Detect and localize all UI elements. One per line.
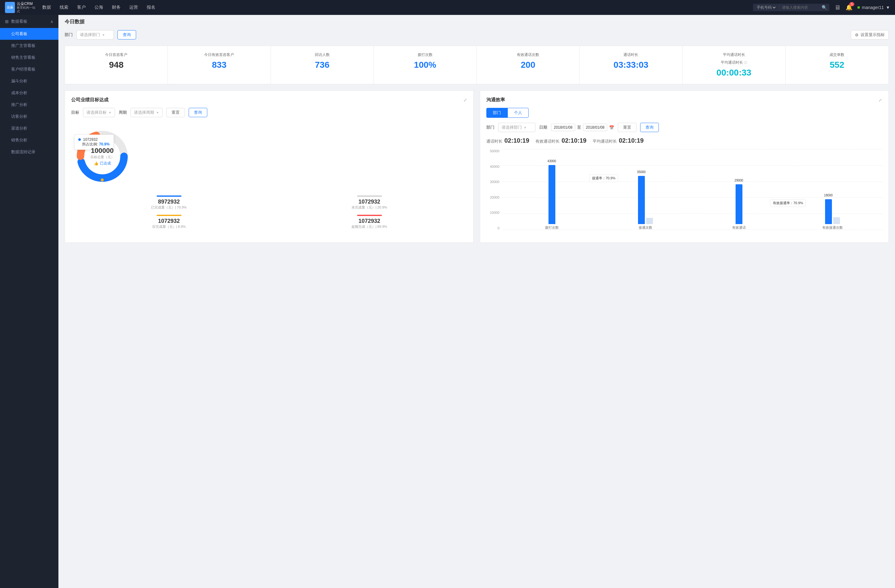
user-status-dot	[857, 6, 860, 9]
notification-icon[interactable]: 🔔 5	[846, 4, 853, 11]
stat-effective-consult: 今日有效首咨客户 833	[168, 46, 271, 84]
comm-efficiency-card: 沟通效率 ⤢ 部门 个人 部门 请选择部门 ▼ 日期 2018/01/08	[480, 91, 889, 243]
goal-period-placeholder: 请选择周期	[134, 110, 154, 115]
dept-select[interactable]: 请选择部门 ▼	[76, 30, 114, 39]
should-complete-bar	[156, 215, 182, 216]
bar-eff-connect-x-label: 有效接通次数	[822, 225, 843, 230]
stat-effective-consult-value: 833	[173, 60, 265, 70]
nav-finance[interactable]: 财务	[112, 5, 121, 10]
goal-target-select[interactable]: 请选择目标 ▼	[83, 108, 115, 117]
bar-group-dial-bars: 43000	[549, 156, 555, 224]
bar-group-connect-bars: 35000	[638, 156, 653, 224]
stat-deals-label: 成交单数	[790, 52, 883, 58]
logo-text: 云朵CRM 教育机构一站式	[17, 2, 36, 14]
comm-call-duration-value: 02:10:19	[504, 137, 529, 144]
nav-customers[interactable]: 客户	[77, 5, 86, 10]
y-label-0: 0	[486, 226, 499, 230]
comm-effective-duration-label: 有效通话时长	[535, 139, 560, 144]
sidebar-item-promo-analysis[interactable]: 推广分析	[0, 99, 58, 111]
monitor-icon[interactable]: 🖥	[834, 4, 840, 11]
goal-card-header: 公司业绩目标达成 ⤢	[71, 97, 467, 103]
sidebar-item-cost[interactable]: 成本分析	[0, 87, 58, 99]
dept-select-placeholder: 请选择部门	[80, 32, 100, 38]
bar-dial-x-label: 拨打次数	[545, 225, 559, 230]
search-input[interactable]	[782, 5, 819, 10]
date-end-input[interactable]: 2018/01/08	[583, 124, 607, 131]
bar-group-eff-connect-bars: 18000	[825, 156, 840, 224]
comm-dept-select[interactable]: 请选择部门 ▼	[498, 123, 535, 132]
comm-tab-personal[interactable]: 个人	[507, 108, 529, 118]
sidebar-item-sales-board[interactable]: 销售主管看板	[0, 52, 58, 64]
comm-tab-dept[interactable]: 部门	[486, 108, 507, 118]
dept-select-arrow-icon: ▼	[102, 33, 105, 37]
y-label-50000: 50000	[486, 149, 499, 153]
over-complete-label: 超额完成（元）| 89.9%	[272, 224, 467, 229]
y-label-40000: 40000	[486, 165, 499, 168]
comm-expand-icon[interactable]: ⤢	[878, 98, 882, 103]
sidebar-item-funnel[interactable]: 漏斗分析	[0, 75, 58, 87]
goal-card: 公司业绩目标达成 ⤢ 目标 请选择目标 ▼ 周期 请选择周期 ▼ 重置 查询	[65, 91, 473, 243]
bar-dial-main: 43000	[549, 165, 555, 224]
sidebar-item-sales-analysis[interactable]: 销售分析	[0, 134, 58, 146]
goal-period-arrow: ▼	[156, 111, 159, 114]
nav-data[interactable]: 数据	[42, 5, 51, 10]
stat-avg-duration-label: 平均通话时长	[688, 52, 780, 58]
stat-first-consult: 今日首咨客户 948	[65, 46, 168, 84]
comm-query-button[interactable]: 查询	[640, 123, 659, 132]
logo-icon: 云朵	[5, 2, 15, 13]
tooltip-pct: 70.9%	[99, 142, 110, 146]
calendar-icon[interactable]: 📅	[609, 125, 614, 130]
nav-sea[interactable]: 公海	[94, 5, 103, 10]
sidebar-item-company-board[interactable]: 公司看板	[0, 28, 58, 40]
sidebar-item-visitor[interactable]: 访客分析	[0, 111, 58, 123]
user-menu[interactable]: manager11 ▼	[857, 5, 890, 10]
bar-group-connect: 35000 接通次数 接通率：70.9%	[599, 156, 692, 230]
today-filter-bar: 部门 请选择部门 ▼ 查询 ⚙ 设置显示指标	[65, 30, 889, 39]
stat-effective-calls-value: 200	[482, 60, 574, 70]
goal-expand-icon[interactable]: ⤢	[463, 98, 467, 103]
sidebar-item-channel[interactable]: 渠道分析	[0, 123, 58, 134]
stat-revisit-value: 736	[276, 60, 369, 70]
date-range: 2018/01/08 至 2018/01/08 📅	[551, 124, 614, 131]
goal-filters: 目标 请选择目标 ▼ 周期 请选择周期 ▼ 重置 查询	[71, 108, 467, 117]
stat-dial-value: 100%	[379, 60, 472, 70]
goal-reset-button[interactable]: 重置	[166, 108, 185, 117]
date-start-input[interactable]: 2018/01/08	[551, 124, 575, 131]
stat-first-consult-value: 948	[70, 60, 162, 70]
bar-dial-label: 43000	[548, 159, 556, 163]
comm-reset-button[interactable]: 重置	[618, 123, 636, 132]
goal-target-arrow: ▼	[108, 111, 112, 114]
stat-revisit-label: 回访人数	[276, 52, 369, 58]
search-mode-select[interactable]: 手机号码	[755, 5, 777, 10]
bottom-charts: 公司业绩目标达成 ⤢ 目标 请选择目标 ▼ 周期 请选择周期 ▼ 重置 查询	[65, 91, 889, 243]
settings-button[interactable]: ⚙ 设置显示指标	[851, 30, 889, 39]
sidebar-item-promo-board[interactable]: 推广主管看板	[0, 40, 58, 52]
dept-filter-label: 部门	[65, 32, 73, 38]
nav-right: 手机号码 🔍 🖥 🔔 5 manager11 ▼	[753, 4, 890, 11]
nav-leads[interactable]: 线索	[60, 5, 68, 10]
goal-query-button[interactable]: 查询	[189, 108, 207, 117]
search-divider	[779, 5, 780, 10]
comm-dept-label: 部门	[486, 124, 495, 130]
search-icon[interactable]: 🔍	[822, 5, 827, 10]
goal-target-label: 目标	[71, 110, 79, 115]
sidebar-section-header[interactable]: ⊞ 数据看板 ∧	[0, 15, 58, 28]
chart-y-axis: 50000 40000 30000 20000 10000 0	[486, 149, 502, 236]
sidebar-item-data-flow[interactable]: 数据流转记录	[0, 146, 58, 158]
should-complete-value: 1072932	[71, 218, 267, 224]
nav-signup[interactable]: 报名	[147, 5, 155, 10]
page-content: 今日数据 部门 请选择部门 ▼ 查询 ⚙ 设置显示指标 今日首咨客户 948 今…	[58, 12, 895, 249]
stat-effective-calls: 有效通话次数 200	[477, 46, 579, 84]
goal-target-placeholder: 请选择目标	[86, 110, 106, 115]
goal-period-select[interactable]: 请选择周期 ▼	[130, 108, 162, 117]
sidebar-item-manager-board[interactable]: 客户经理看板	[0, 64, 58, 75]
bar-effective-x-label: 有效通话	[732, 225, 746, 230]
uncompleted-label: 未完成量（元）| 20.9%	[272, 205, 467, 210]
goal-stat-over-complete: 1072932 超额完成（元）| 89.9%	[272, 215, 467, 229]
y-label-30000: 30000	[486, 180, 499, 184]
today-query-button[interactable]: 查询	[117, 30, 136, 39]
search-box: 手机号码 🔍	[753, 4, 830, 11]
nav-ops[interactable]: 运营	[129, 5, 138, 10]
completed-bar	[156, 195, 182, 197]
sidebar-collapse-icon: ∧	[50, 19, 53, 24]
